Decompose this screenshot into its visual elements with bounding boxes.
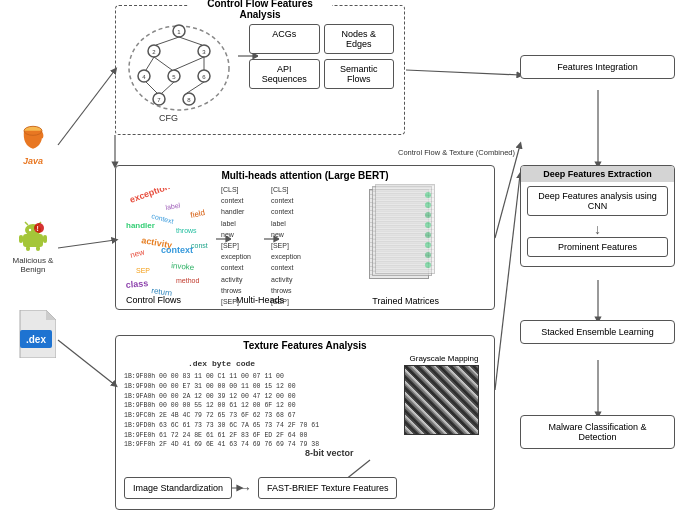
trained-matrices-label: Trained Matrices bbox=[372, 296, 439, 306]
svg-rect-24 bbox=[36, 246, 40, 251]
svg-point-74 bbox=[425, 202, 431, 208]
cfg-label: CFG bbox=[159, 113, 178, 123]
matrices-area: Trained Matrices bbox=[364, 184, 444, 294]
hex-line-5: 1B:9FC0h 2E 4B 4C 79 72 65 73 6F 62 73 6… bbox=[124, 411, 319, 421]
svg-line-2 bbox=[58, 240, 115, 248]
deep-extraction-title: Deep Features Extraction bbox=[521, 166, 674, 182]
malware-class-label: Malware Classification & Detection bbox=[548, 422, 646, 442]
deep-inner: Deep Features analysis using CNN ↓ Promi… bbox=[521, 182, 674, 266]
svg-line-5 bbox=[406, 70, 520, 75]
svg-point-78 bbox=[425, 242, 431, 248]
stacked-ensemble-label: Stacked Ensemble Learning bbox=[541, 327, 654, 337]
hex-code-area: .dex byte code 1B:9F80h 00 00 83 11 00 C… bbox=[124, 358, 319, 450]
svg-text:class: class bbox=[125, 278, 148, 290]
hex-line-1: 1B:9F80h 00 00 83 11 00 C1 11 00 07 11 0… bbox=[124, 372, 319, 382]
hex-line-8: 1B:9FF0h 2F 4D 41 69 6E 41 63 74 69 76 6… bbox=[124, 440, 319, 450]
malicious-benign-label: Malicious & Benign bbox=[8, 256, 58, 274]
texture-bottom: Image Standardization → FAST-BRIEF Textu… bbox=[124, 477, 397, 499]
features-integration-box: Features Integration bbox=[520, 55, 675, 79]
svg-text:const: const bbox=[191, 242, 208, 249]
combined-label: Control Flow & Texture (Combined) bbox=[398, 148, 515, 157]
android-logo: ! Malicious & Benign bbox=[8, 220, 58, 272]
svg-text:!: ! bbox=[37, 225, 39, 232]
hex-title: .dex byte code bbox=[124, 358, 319, 370]
control-flows-label: Control Flows bbox=[126, 295, 181, 305]
texture-title: Texture Features Analysis bbox=[116, 340, 494, 351]
multihead-box: Multi-heads attention (Large BERT) excep… bbox=[115, 165, 495, 310]
diagram-container: Java ! Malicious & Benign bbox=[0, 0, 685, 522]
cfg-graph: 1 2 3 4 5 6 7 8 bbox=[124, 21, 234, 116]
java-label: Java bbox=[23, 156, 43, 166]
cf-inner-row1: ACGs Nodes & Edges bbox=[249, 24, 394, 54]
svg-point-76 bbox=[425, 222, 431, 228]
api-sequences-box: API Sequences bbox=[249, 59, 320, 89]
token-col2: [CLS] context context label new [SEP] ex… bbox=[271, 184, 301, 307]
acgs-box: ACGs bbox=[249, 24, 320, 54]
malware-classification-box: Malware Classification & Detection bbox=[520, 415, 675, 449]
word-cloud: exception context handler label activity… bbox=[121, 188, 216, 298]
bit-vector-label: 8-bit vector bbox=[305, 448, 354, 458]
control-flow-title: Control Flow Features Analysis bbox=[188, 0, 332, 20]
svg-line-44 bbox=[146, 82, 157, 93]
nodes-edges-box: Nodes & Edges bbox=[324, 24, 395, 54]
svg-text:new: new bbox=[129, 247, 146, 260]
svg-point-79 bbox=[425, 252, 431, 258]
svg-line-1 bbox=[58, 70, 115, 145]
hex-line-3: 1B:9FA0h 00 00 2A 12 00 39 12 00 47 12 0… bbox=[124, 392, 319, 402]
dex-file: .dex bbox=[8, 310, 63, 358]
svg-point-77 bbox=[425, 232, 431, 238]
android-icon: ! bbox=[17, 220, 49, 252]
svg-line-41 bbox=[154, 57, 172, 70]
svg-text:handler: handler bbox=[126, 221, 155, 230]
multihead-title: Multi-heads attention (Large BERT) bbox=[116, 170, 494, 181]
features-integration-label: Features Integration bbox=[557, 62, 638, 72]
svg-text:throws: throws bbox=[176, 227, 197, 234]
stacked-ensemble-box: Stacked Ensemble Learning bbox=[520, 320, 675, 344]
hex-line-7: 1B:9FE0h 61 72 24 8E 61 61 2F 83 6F ED 2… bbox=[124, 431, 319, 441]
matrix-block-3 bbox=[375, 184, 435, 274]
control-flow-box: Control Flow Features Analysis bbox=[115, 5, 405, 135]
cf-inner-row2: API Sequences Semantic Flows bbox=[249, 59, 394, 89]
semantic-flows-box: Semantic Flows bbox=[324, 59, 395, 89]
svg-text:label: label bbox=[165, 201, 181, 211]
svg-text:SEP: SEP bbox=[136, 267, 150, 274]
svg-line-42 bbox=[174, 57, 204, 70]
svg-text:.dex: .dex bbox=[25, 334, 45, 345]
svg-line-38 bbox=[156, 37, 179, 45]
svg-rect-23 bbox=[26, 246, 30, 251]
svg-text:context: context bbox=[161, 245, 193, 255]
deep-extraction-box: Deep Features Extraction Deep Features a… bbox=[520, 165, 675, 267]
hex-line-2: 1B:9F90h 00 00 E7 31 00 00 00 11 00 15 1… bbox=[124, 382, 319, 392]
deep-analysis-box: Deep Features analysis using CNN bbox=[527, 186, 668, 216]
svg-text:invoke: invoke bbox=[171, 261, 195, 272]
svg-line-45 bbox=[162, 82, 174, 93]
prominent-features-box: Prominent Features bbox=[527, 237, 668, 257]
texture-box: Texture Features Analysis .dex byte code… bbox=[115, 335, 495, 510]
svg-rect-21 bbox=[19, 235, 23, 243]
svg-line-46 bbox=[187, 82, 204, 93]
cf-right-boxes: ACGs Nodes & Edges API Sequences Semanti… bbox=[249, 24, 394, 94]
svg-text:field: field bbox=[190, 208, 206, 220]
svg-rect-22 bbox=[43, 235, 47, 243]
svg-point-17 bbox=[29, 229, 31, 231]
grayscale-area: Grayscale Mapping bbox=[404, 354, 484, 435]
dex-file-icon: .dex bbox=[16, 310, 56, 358]
svg-line-19 bbox=[25, 222, 28, 225]
svg-text:method: method bbox=[176, 277, 199, 284]
svg-text:exception: exception bbox=[128, 188, 171, 205]
java-logo: Java bbox=[8, 120, 58, 180]
fast-brief-box: FAST-BRIEF Texture Features bbox=[258, 477, 397, 499]
token-col1: [CLS] context handler label new [SEP] ex… bbox=[221, 184, 251, 307]
svg-line-40 bbox=[146, 57, 154, 70]
svg-line-3 bbox=[58, 340, 115, 385]
svg-point-80 bbox=[425, 262, 431, 268]
multiheads-label: Multi-Heads bbox=[236, 295, 284, 305]
svg-point-25 bbox=[34, 223, 44, 233]
svg-point-73 bbox=[425, 192, 431, 198]
svg-point-75 bbox=[425, 212, 431, 218]
image-standardization-box: Image Standardization bbox=[124, 477, 232, 499]
svg-line-6 bbox=[495, 145, 520, 238]
hex-line-6: 1B:9FD0h 63 6C 61 73 73 30 6C 7A 65 73 7… bbox=[124, 421, 319, 431]
cfg-area: 1 2 3 4 5 6 7 8 CFG bbox=[124, 21, 234, 121]
grayscale-label: Grayscale Mapping bbox=[404, 354, 484, 363]
